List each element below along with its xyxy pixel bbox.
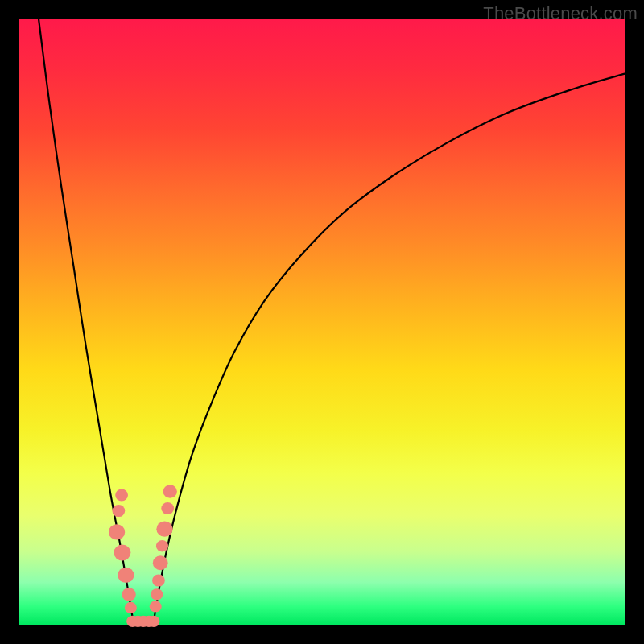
outer-frame: TheBottleneck.com: [0, 0, 644, 644]
data-marker: [122, 588, 135, 601]
data-marker: [152, 575, 165, 587]
chart-overlay: [0, 0, 644, 644]
data-marker: [156, 522, 172, 537]
data-marker: [151, 588, 163, 600]
markers-bottom: [126, 616, 159, 627]
data-marker: [112, 505, 125, 517]
data-marker: [156, 540, 168, 551]
data-marker: [114, 545, 130, 561]
data-marker: [163, 485, 177, 497]
data-marker: [153, 555, 168, 570]
data-marker: [150, 601, 162, 612]
right-branch-curve: [153, 74, 625, 625]
data-marker: [125, 602, 137, 613]
markers-right: [150, 485, 177, 612]
data-marker: [115, 489, 128, 502]
data-marker: [118, 568, 134, 583]
data-marker: [147, 616, 159, 627]
data-marker: [161, 502, 174, 514]
data-marker: [109, 524, 125, 539]
chart-layer: [39, 19, 625, 627]
